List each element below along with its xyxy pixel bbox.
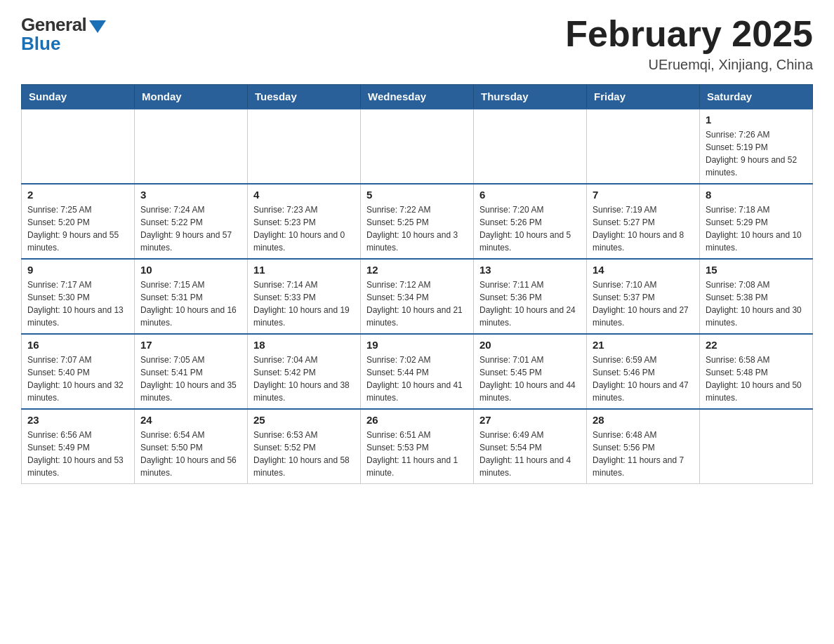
calendar-cell xyxy=(587,109,700,184)
day-number: 3 xyxy=(140,189,241,201)
calendar-week-3: 9Sunrise: 7:17 AM Sunset: 5:30 PM Daylig… xyxy=(22,259,813,334)
weekday-header-friday: Friday xyxy=(587,85,700,109)
calendar-cell xyxy=(22,109,135,184)
day-number: 25 xyxy=(253,414,355,426)
calendar-table: SundayMondayTuesdayWednesdayThursdayFrid… xyxy=(21,84,813,484)
weekday-header-saturday: Saturday xyxy=(700,85,813,109)
day-info: Sunrise: 7:25 AM Sunset: 5:20 PM Dayligh… xyxy=(27,203,128,254)
calendar-cell: 27Sunrise: 6:49 AM Sunset: 5:54 PM Dayli… xyxy=(474,409,587,484)
day-number: 16 xyxy=(27,339,128,351)
day-number: 17 xyxy=(140,339,241,351)
day-info: Sunrise: 7:14 AM Sunset: 5:33 PM Dayligh… xyxy=(253,279,355,329)
calendar-cell: 1Sunrise: 7:26 AM Sunset: 5:19 PM Daylig… xyxy=(700,109,813,184)
calendar-cell: 7Sunrise: 7:19 AM Sunset: 5:27 PM Daylig… xyxy=(587,184,700,259)
day-info: Sunrise: 7:26 AM Sunset: 5:19 PM Dayligh… xyxy=(706,128,807,179)
calendar-cell: 24Sunrise: 6:54 AM Sunset: 5:50 PM Dayli… xyxy=(135,409,248,484)
calendar-cell xyxy=(248,109,361,184)
weekday-header-monday: Monday xyxy=(135,85,248,109)
calendar-cell: 18Sunrise: 7:04 AM Sunset: 5:42 PM Dayli… xyxy=(248,334,361,409)
day-info: Sunrise: 6:59 AM Sunset: 5:46 PM Dayligh… xyxy=(593,354,694,404)
day-number: 26 xyxy=(366,414,468,426)
day-number: 6 xyxy=(479,189,581,201)
day-info: Sunrise: 7:11 AM Sunset: 5:36 PM Dayligh… xyxy=(479,279,581,329)
day-info: Sunrise: 7:19 AM Sunset: 5:27 PM Dayligh… xyxy=(593,203,694,254)
day-number: 2 xyxy=(27,189,128,201)
day-number: 19 xyxy=(366,339,468,351)
day-info: Sunrise: 7:05 AM Sunset: 5:41 PM Dayligh… xyxy=(140,354,241,404)
weekday-header-thursday: Thursday xyxy=(474,85,587,109)
day-info: Sunrise: 7:22 AM Sunset: 5:25 PM Dayligh… xyxy=(366,203,468,254)
day-info: Sunrise: 7:04 AM Sunset: 5:42 PM Dayligh… xyxy=(253,354,355,404)
day-info: Sunrise: 6:51 AM Sunset: 5:53 PM Dayligh… xyxy=(366,429,468,479)
calendar-cell: 23Sunrise: 6:56 AM Sunset: 5:49 PM Dayli… xyxy=(22,409,135,484)
day-number: 21 xyxy=(593,339,694,351)
calendar-week-4: 16Sunrise: 7:07 AM Sunset: 5:40 PM Dayli… xyxy=(22,334,813,409)
day-info: Sunrise: 6:54 AM Sunset: 5:50 PM Dayligh… xyxy=(140,429,241,479)
day-number: 7 xyxy=(593,189,694,201)
day-info: Sunrise: 7:23 AM Sunset: 5:23 PM Dayligh… xyxy=(253,203,355,254)
day-number: 13 xyxy=(479,264,581,276)
calendar-cell xyxy=(474,109,587,184)
day-info: Sunrise: 6:53 AM Sunset: 5:52 PM Dayligh… xyxy=(253,429,355,479)
day-number: 24 xyxy=(140,414,241,426)
day-info: Sunrise: 6:49 AM Sunset: 5:54 PM Dayligh… xyxy=(479,429,581,479)
day-number: 9 xyxy=(27,264,128,276)
calendar-cell: 19Sunrise: 7:02 AM Sunset: 5:44 PM Dayli… xyxy=(361,334,474,409)
day-info: Sunrise: 7:12 AM Sunset: 5:34 PM Dayligh… xyxy=(366,279,468,329)
calendar-cell: 6Sunrise: 7:20 AM Sunset: 5:26 PM Daylig… xyxy=(474,184,587,259)
day-number: 15 xyxy=(706,264,807,276)
day-info: Sunrise: 6:58 AM Sunset: 5:48 PM Dayligh… xyxy=(706,354,807,404)
day-info: Sunrise: 7:02 AM Sunset: 5:44 PM Dayligh… xyxy=(366,354,468,404)
day-number: 28 xyxy=(593,414,694,426)
day-number: 20 xyxy=(479,339,581,351)
calendar-cell: 28Sunrise: 6:48 AM Sunset: 5:56 PM Dayli… xyxy=(587,409,700,484)
calendar-cell: 12Sunrise: 7:12 AM Sunset: 5:34 PM Dayli… xyxy=(361,259,474,334)
day-number: 1 xyxy=(706,114,807,126)
calendar-cell: 3Sunrise: 7:24 AM Sunset: 5:22 PM Daylig… xyxy=(135,184,248,259)
calendar-cell: 20Sunrise: 7:01 AM Sunset: 5:45 PM Dayli… xyxy=(474,334,587,409)
day-number: 22 xyxy=(706,339,807,351)
day-number: 5 xyxy=(366,189,468,201)
calendar-cell: 26Sunrise: 6:51 AM Sunset: 5:53 PM Dayli… xyxy=(361,409,474,484)
calendar-cell: 14Sunrise: 7:10 AM Sunset: 5:37 PM Dayli… xyxy=(587,259,700,334)
logo-blue-text: Blue xyxy=(21,33,60,55)
logo-arrow-icon xyxy=(89,20,106,33)
weekday-header-wednesday: Wednesday xyxy=(361,85,474,109)
day-number: 23 xyxy=(27,414,128,426)
calendar-cell: 2Sunrise: 7:25 AM Sunset: 5:20 PM Daylig… xyxy=(22,184,135,259)
calendar-week-5: 23Sunrise: 6:56 AM Sunset: 5:49 PM Dayli… xyxy=(22,409,813,484)
weekday-header-row: SundayMondayTuesdayWednesdayThursdayFrid… xyxy=(22,85,813,109)
calendar-cell xyxy=(700,409,813,484)
logo: General Blue xyxy=(21,14,106,55)
day-number: 14 xyxy=(593,264,694,276)
day-number: 10 xyxy=(140,264,241,276)
month-title: February 2025 xyxy=(565,14,813,54)
calendar-cell: 8Sunrise: 7:18 AM Sunset: 5:29 PM Daylig… xyxy=(700,184,813,259)
day-info: Sunrise: 7:08 AM Sunset: 5:38 PM Dayligh… xyxy=(706,279,807,329)
calendar-cell xyxy=(361,109,474,184)
day-number: 12 xyxy=(366,264,468,276)
calendar-cell: 21Sunrise: 6:59 AM Sunset: 5:46 PM Dayli… xyxy=(587,334,700,409)
day-number: 11 xyxy=(253,264,355,276)
calendar-cell: 15Sunrise: 7:08 AM Sunset: 5:38 PM Dayli… xyxy=(700,259,813,334)
calendar-cell: 25Sunrise: 6:53 AM Sunset: 5:52 PM Dayli… xyxy=(248,409,361,484)
day-info: Sunrise: 7:18 AM Sunset: 5:29 PM Dayligh… xyxy=(706,203,807,254)
weekday-header-tuesday: Tuesday xyxy=(248,85,361,109)
day-info: Sunrise: 6:48 AM Sunset: 5:56 PM Dayligh… xyxy=(593,429,694,479)
day-number: 8 xyxy=(706,189,807,201)
day-info: Sunrise: 7:15 AM Sunset: 5:31 PM Dayligh… xyxy=(140,279,241,329)
day-info: Sunrise: 7:07 AM Sunset: 5:40 PM Dayligh… xyxy=(27,354,128,404)
day-info: Sunrise: 7:10 AM Sunset: 5:37 PM Dayligh… xyxy=(593,279,694,329)
calendar-week-1: 1Sunrise: 7:26 AM Sunset: 5:19 PM Daylig… xyxy=(22,109,813,184)
calendar-cell: 22Sunrise: 6:58 AM Sunset: 5:48 PM Dayli… xyxy=(700,334,813,409)
day-number: 18 xyxy=(253,339,355,351)
calendar-cell: 5Sunrise: 7:22 AM Sunset: 5:25 PM Daylig… xyxy=(361,184,474,259)
day-number: 27 xyxy=(479,414,581,426)
calendar-cell xyxy=(135,109,248,184)
day-info: Sunrise: 7:24 AM Sunset: 5:22 PM Dayligh… xyxy=(140,203,241,254)
calendar-cell: 11Sunrise: 7:14 AM Sunset: 5:33 PM Dayli… xyxy=(248,259,361,334)
day-info: Sunrise: 6:56 AM Sunset: 5:49 PM Dayligh… xyxy=(27,429,128,479)
page-header: General Blue February 2025 UEruemqi, Xin… xyxy=(21,14,813,73)
day-info: Sunrise: 7:20 AM Sunset: 5:26 PM Dayligh… xyxy=(479,203,581,254)
weekday-header-sunday: Sunday xyxy=(22,85,135,109)
